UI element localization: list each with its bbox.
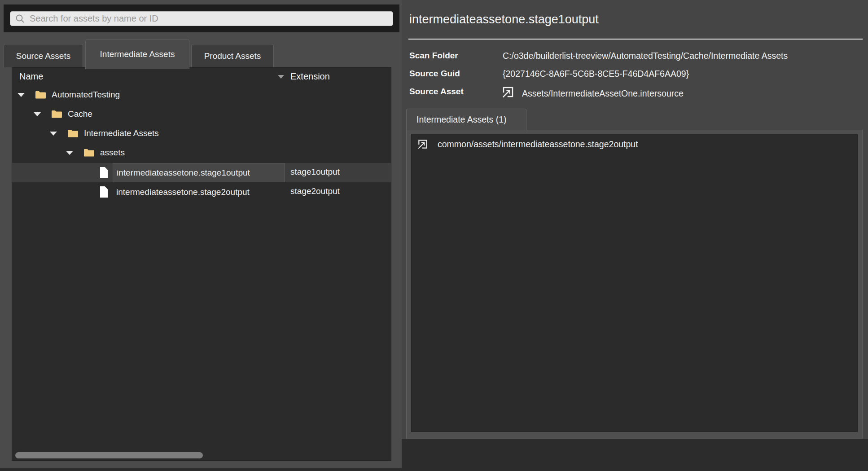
expand-caret-icon[interactable] [34, 112, 41, 116]
tab-intermediate-assets-count[interactable]: Intermediate Assets (1) [406, 109, 526, 130]
tree-row-cache[interactable]: Cache [12, 105, 391, 124]
asset-details-panel: intermediateassetone.stage1output Scan F… [402, 0, 868, 439]
file-icon [99, 167, 108, 180]
field-label: Source Asset [409, 87, 464, 97]
product-list-item[interactable]: common/assets/intermediateassetone.stage… [412, 134, 857, 154]
search-box[interactable] [10, 11, 393, 26]
tree-item-extension: stage1output [290, 167, 340, 177]
tree-row-stage1output[interactable]: intermediateassetone.stage1output stage1… [12, 163, 391, 182]
folder-icon [51, 109, 63, 121]
field-source-asset: Source Asset Assets/IntermediateAssetOne… [402, 84, 868, 101]
file-icon [99, 186, 108, 200]
field-source-guid: Source Guid {2027146C-8A6F-5C6B-8CE5-F46… [402, 66, 868, 81]
field-scan-folder: Scan Folder C:/o3de/builderlist-treeview… [402, 48, 868, 63]
tree-row-stage2output[interactable]: intermediateassetone.stage2output stage2… [12, 182, 391, 202]
title-separator [408, 39, 863, 40]
product-item-label: common/assets/intermediateassetone.stage… [438, 139, 638, 150]
tree-row-intermediate-assets[interactable]: Intermediate Assets [12, 124, 391, 144]
tree-item-label: assets [100, 148, 125, 158]
tree-item-extension: stage2output [290, 186, 340, 196]
tree-header: Name Extension [12, 68, 391, 86]
goto-source-icon[interactable] [501, 85, 515, 101]
field-label: Source Guid [409, 69, 460, 79]
tree-item-name-cell[interactable]: intermediateassetone.stage2output [113, 182, 285, 202]
search-input[interactable] [30, 13, 388, 24]
expand-caret-icon[interactable] [50, 132, 57, 136]
products-tab-pane: common/assets/intermediateassetone.stage… [406, 130, 863, 439]
field-label: Scan Folder [409, 51, 458, 61]
tree-item-label: AutomatedTesting [52, 90, 120, 100]
tree-item-label: Cache [68, 109, 92, 119]
folder-icon [83, 147, 95, 160]
column-header-extension[interactable]: Extension [290, 71, 330, 82]
tab-source-assets[interactable]: Source Assets [4, 44, 83, 67]
horizontal-scrollbar[interactable] [15, 452, 203, 458]
products-list: common/assets/intermediateassetone.stage… [411, 134, 858, 432]
search-bar-strip [4, 4, 399, 32]
asset-browser-left-panel: Source Assets Intermediate Assets Produc… [0, 0, 402, 468]
field-value: C:/o3de/builderlist-treeview/AutomatedTe… [503, 51, 788, 61]
folder-icon [67, 128, 79, 141]
field-value: {2027146C-8A6F-5C6B-8CE5-F46D4AF6AA09} [503, 69, 689, 79]
tree-item-label: intermediateassetone.stage1output [117, 168, 250, 178]
tree-item-name-cell[interactable]: intermediateassetone.stage1output [113, 163, 285, 182]
column-header-name[interactable]: Name [19, 71, 43, 82]
tree-row-automatedtesting[interactable]: AutomatedTesting [12, 86, 391, 105]
expand-caret-icon[interactable] [18, 93, 25, 97]
tab-product-assets[interactable]: Product Assets [191, 44, 274, 67]
field-value-link[interactable]: Assets/IntermediateAssetOne.intersource [522, 88, 684, 99]
asset-tree-view: Name Extension AutomatedTesting Cache [12, 67, 391, 461]
tree-item-label: Intermediate Assets [84, 128, 159, 138]
goto-asset-icon[interactable] [417, 138, 429, 150]
tab-intermediate-assets[interactable]: Intermediate Assets [85, 39, 189, 69]
folder-icon [35, 89, 47, 102]
tree-row-assets[interactable]: assets [12, 144, 391, 163]
asset-details-title: intermediateassetone.stage1output [409, 13, 599, 26]
search-icon [15, 13, 26, 24]
sort-descending-icon[interactable] [278, 75, 284, 79]
asset-browser-window: Source Assets Intermediate Assets Produc… [0, 0, 868, 471]
tree-item-label: intermediateassetone.stage2output [116, 187, 250, 197]
expand-caret-icon[interactable] [66, 151, 73, 155]
